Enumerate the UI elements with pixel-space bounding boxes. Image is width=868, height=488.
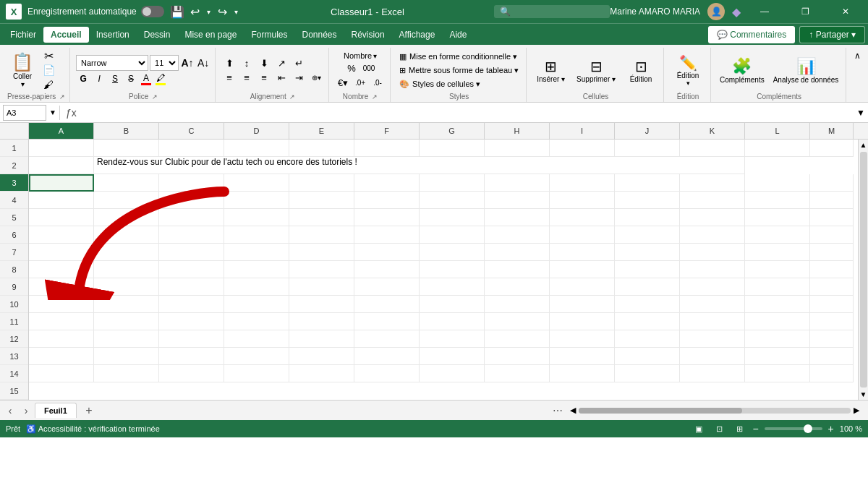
cell-m1[interactable] — [810, 140, 854, 157]
share-button[interactable]: ↑ Partager ▾ — [799, 26, 865, 43]
cell-b3[interactable] — [94, 174, 159, 192]
row-num-5[interactable]: 5 — [0, 209, 28, 226]
paste-button[interactable]: 📋 Coller ▾ — [7, 51, 38, 90]
expand-nombre-icon[interactable]: ↗ — [372, 93, 378, 100]
cell-j1[interactable] — [615, 140, 680, 157]
menu-mise-en-page[interactable]: Mise en page — [177, 27, 244, 43]
ribbon-collapse-button[interactable]: ∧ — [849, 48, 865, 64]
cell-b1[interactable] — [94, 140, 159, 157]
cell-g3[interactable] — [420, 174, 485, 192]
col-header-d[interactable]: D — [224, 123, 289, 139]
page-break-button[interactable]: ⊞ — [732, 421, 746, 436]
cell-i3[interactable] — [550, 174, 615, 192]
cell-h1[interactable] — [485, 140, 550, 157]
h-scroll-thumb[interactable] — [579, 408, 742, 414]
align-bottom-button[interactable]: ⬇ — [256, 56, 272, 69]
row-num-13[interactable]: 13 — [0, 348, 28, 365]
horizontal-scrollbar[interactable]: ◀ ▶ — [570, 406, 859, 415]
align-left-button[interactable]: ≡ — [221, 71, 237, 84]
row-num-4[interactable]: 4 — [0, 192, 28, 209]
minimize-button[interactable]: — — [748, 0, 781, 23]
search-box[interactable]: 🔍 — [494, 5, 610, 18]
cell-i4[interactable] — [550, 192, 615, 209]
cell-c4[interactable] — [159, 192, 224, 209]
zoom-thumb[interactable] — [804, 424, 812, 433]
row-num-8[interactable]: 8 — [0, 261, 28, 278]
cell-h4[interactable] — [485, 192, 550, 209]
cell-l1[interactable] — [745, 140, 810, 157]
row-num-12[interactable]: 12 — [0, 330, 28, 348]
row-num-10[interactable]: 10 — [0, 296, 28, 313]
cell-ref-dropdown-icon[interactable]: ▼ — [49, 108, 56, 116]
cell-i1[interactable] — [550, 140, 615, 157]
normal-view-button[interactable]: ▣ — [692, 421, 706, 436]
cell-e3[interactable] — [289, 174, 354, 192]
scroll-left-button[interactable]: ◀ — [570, 406, 576, 415]
col-header-i[interactable]: I — [550, 123, 615, 139]
cell-a4[interactable] — [29, 192, 94, 209]
col-header-e[interactable]: E — [289, 123, 354, 139]
formula-expand-icon[interactable]: ▼ — [856, 108, 865, 118]
menu-dessin[interactable]: Dessin — [137, 27, 178, 43]
text-rotate-button[interactable]: ↗ — [273, 56, 289, 69]
font-increase-button[interactable]: A↑ — [180, 56, 195, 69]
vertical-scrollbar[interactable]: ▲ ▼ — [858, 140, 868, 400]
font-name-select[interactable]: Narrow Arial Calibri — [76, 55, 148, 71]
redo-icon[interactable]: ↪ — [215, 4, 230, 20]
col-header-k[interactable]: K — [680, 123, 745, 139]
align-right-button[interactable]: ≡ — [256, 71, 272, 84]
row-num-1[interactable]: 1 — [0, 140, 28, 157]
cell-d1[interactable] — [224, 140, 289, 157]
cell-a5[interactable] — [29, 209, 94, 226]
italic-button[interactable]: I — [92, 72, 106, 85]
thousands-button[interactable]: 000 — [361, 61, 377, 74]
add-sheet-button[interactable]: + — [81, 403, 97, 419]
cell-j3[interactable] — [615, 174, 680, 192]
format-cells-button[interactable]: ⊡ Édition — [623, 56, 659, 85]
function-icon[interactable]: ƒx — [63, 107, 80, 119]
cell-k1[interactable] — [680, 140, 745, 157]
zoom-slider[interactable] — [765, 427, 822, 430]
save-icon[interactable]: 💾 — [170, 5, 184, 19]
tab-next-button[interactable]: › — [19, 403, 33, 418]
analyse-button[interactable]: 📊 Analyse de données — [770, 56, 842, 85]
font-decrease-button[interactable]: A↓ — [196, 56, 210, 69]
align-top-button[interactable]: ⬆ — [221, 56, 237, 69]
cell-e1[interactable] — [289, 140, 354, 157]
row-num-15[interactable]: 15 — [0, 382, 28, 400]
menu-fichier[interactable]: Fichier — [3, 27, 43, 43]
menu-revision[interactable]: Révision — [344, 27, 392, 43]
row-num-11[interactable]: 11 — [0, 313, 28, 330]
cell-a2[interactable] — [29, 157, 94, 174]
scroll-thumb[interactable] — [860, 152, 867, 388]
auto-save-toggle[interactable] — [141, 6, 164, 17]
menu-affichage[interactable]: Affichage — [392, 27, 443, 43]
col-header-b[interactable]: B — [94, 123, 159, 139]
scroll-up-button[interactable]: ▲ — [859, 140, 868, 150]
row-num-7[interactable]: 7 — [0, 244, 28, 261]
cell-k4[interactable] — [680, 192, 745, 209]
col-header-m[interactable]: M — [810, 123, 854, 139]
redo-dropdown-icon[interactable]: ▾ — [231, 7, 241, 17]
row-num-3[interactable]: 3 — [0, 174, 28, 192]
merge-center-button[interactable]: ⊕▾ — [308, 71, 324, 84]
col-header-a[interactable]: A — [29, 123, 94, 139]
insert-cells-button[interactable]: ⊞ Insérer ▾ — [532, 56, 569, 85]
sheet-tab-feuil1[interactable]: Feuil1 — [35, 403, 77, 418]
font-size-select[interactable]: 11 10 12 14 — [150, 55, 179, 71]
cell-m3[interactable] — [810, 174, 854, 192]
col-header-l[interactable]: L — [745, 123, 810, 139]
align-center-button[interactable]: ≡ — [239, 71, 255, 84]
formula-input[interactable] — [82, 108, 854, 118]
underline-button[interactable]: S — [108, 72, 122, 85]
row-num-14[interactable]: 14 — [0, 365, 28, 382]
comments-button[interactable]: 💬 Commentaires — [708, 26, 795, 43]
cell-g1[interactable] — [420, 140, 485, 157]
align-middle-button[interactable]: ↕ — [239, 56, 255, 69]
cell-c1[interactable] — [159, 140, 224, 157]
cell-l3[interactable] — [745, 174, 810, 192]
cell-a1[interactable] — [29, 140, 94, 157]
cell-m4[interactable] — [810, 192, 854, 209]
col-header-j[interactable]: J — [615, 123, 680, 139]
row-num-2[interactable]: 2 — [0, 157, 28, 174]
